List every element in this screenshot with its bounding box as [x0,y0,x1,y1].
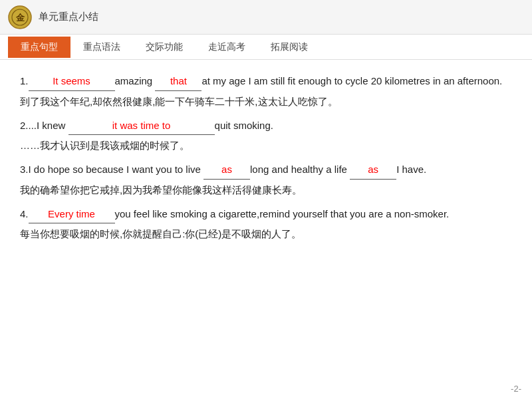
sentence-2-en: 2....I knew it was time toquit smoking. [20,116,512,136]
s4-blank1: Every time [29,205,115,224]
s1-num: 1. [20,75,29,86]
s3-text3: I have. [396,164,426,175]
s1-text2: at my age I am still fit enough to cycle… [201,75,502,86]
s1-text1: amazing [115,75,156,86]
sentence-1-zh: 到了我这个年纪,却依然很健康,能一下午骑车二十千米,这太让人吃惊了。 [20,92,512,111]
sentence-2: 2....I knew it was time toquit smoking. … [20,116,512,156]
content-area: 1.It seemsamazing thatat my age I am sti… [0,60,532,255]
header-title: 单元重点小结 [39,11,98,23]
sentence-3: 3.I do hope so because I want you to liv… [20,160,512,200]
logo-icon: 金 [8,5,32,29]
sentence-1: 1.It seemsamazing thatat my age I am sti… [20,72,512,111]
s1-blank1: It seems [29,72,115,91]
s1-blank2: that [155,72,201,91]
s3-blank1: as [203,160,250,180]
sentence-3-zh: 我的确希望你把它戒掉,因为我希望你能像我这样活得健康长寿。 [20,181,512,200]
s4-num: 4. [20,208,29,219]
page-number: -2- [511,384,521,394]
sentence-4: 4.Every timeyou feel like smoking a ciga… [20,205,512,244]
s2-text2: quit smoking. [215,120,273,131]
sentence-1-en: 1.It seemsamazing thatat my age I am sti… [20,72,512,91]
s3-blank2: as [350,160,396,180]
sentence-3-en: 3.I do hope so because I want you to liv… [20,160,512,180]
s2-blank1: it was time to [68,116,215,136]
s2-text1: 2....I knew [20,120,68,131]
tab-key-sentences[interactable]: 重点句型 [8,37,70,58]
sentence-4-zh: 每当你想要吸烟的时候,你就提醒自己:你(已经)是不吸烟的人了。 [20,225,512,243]
s4-text1: you feel like smoking a cigarette,remind… [115,208,450,219]
tab-key-grammar[interactable]: 重点语法 [70,37,133,58]
s3-text2: long and healthy a life [250,164,350,175]
svg-text:金: 金 [15,13,25,23]
tab-communication[interactable]: 交际功能 [133,37,196,58]
s3-text1: 3.I do hope so because I want you to liv… [20,164,203,175]
sentence-2-zh: ……我才认识到是我该戒烟的时候了。 [20,136,512,155]
header: 金 单元重点小结 [0,0,532,35]
tab-reading[interactable]: 拓展阅读 [258,37,321,58]
sentence-4-en: 4.Every timeyou feel like smoking a ciga… [20,205,512,224]
tab-bar: 重点句型 重点语法 交际功能 走近高考 拓展阅读 [0,35,532,60]
tab-gaokao[interactable]: 走近高考 [196,37,258,58]
